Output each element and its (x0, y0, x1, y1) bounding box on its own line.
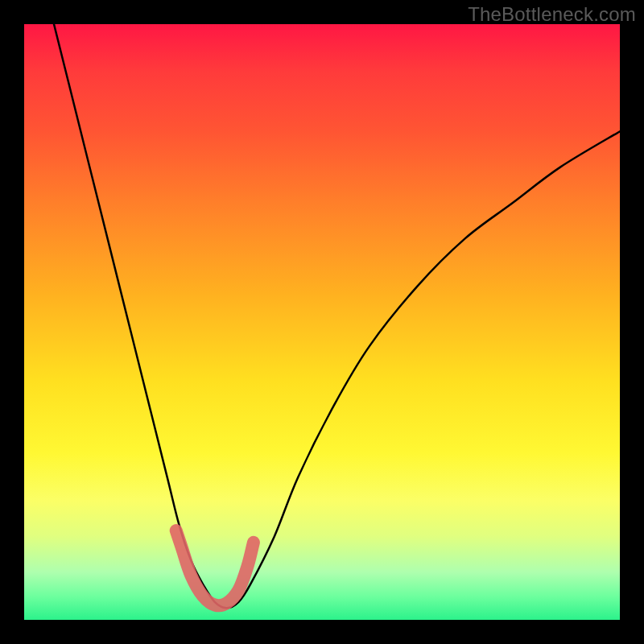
plot-area (24, 24, 620, 620)
watermark-text: TheBottleneck.com (468, 3, 636, 26)
valley-highlight (176, 530, 254, 605)
chart-frame: TheBottleneck.com (0, 0, 644, 644)
bottleneck-curve (54, 24, 620, 608)
curve-layer (24, 24, 620, 620)
